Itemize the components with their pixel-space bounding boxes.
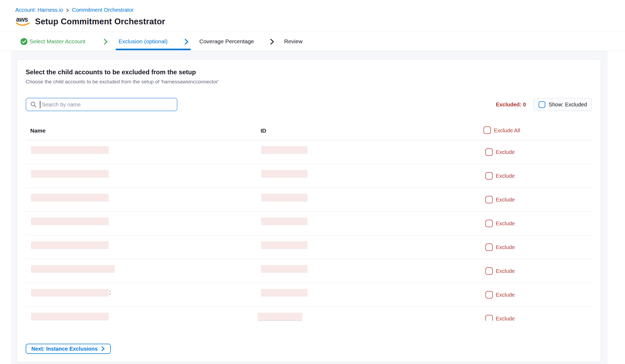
redacted-account-name bbox=[31, 289, 109, 297]
show-excluded-label: Show: Excluded bbox=[549, 102, 587, 108]
card-heading: Select the child accounts to be excluded… bbox=[26, 68, 196, 76]
chevron-right-icon bbox=[101, 346, 105, 351]
svg-text:aws: aws bbox=[16, 16, 28, 23]
breadcrumb: Account: Harness.io Commitment Orchestra… bbox=[15, 7, 134, 13]
exclude-all-label: Exclude All bbox=[494, 127, 520, 134]
next-button-label: Next: Instance Exclusions bbox=[31, 346, 98, 352]
search-field-wrap bbox=[26, 98, 177, 111]
step-completed-check-icon bbox=[20, 38, 28, 46]
account-name-suffix: ; bbox=[109, 289, 111, 295]
table-row: Exclude bbox=[26, 235, 592, 259]
exclude-checkbox[interactable] bbox=[485, 172, 493, 180]
exclude-checkbox[interactable] bbox=[485, 315, 493, 321]
exclude-checkbox[interactable] bbox=[485, 196, 493, 203]
exclude-label: Exclude bbox=[496, 244, 515, 250]
redacted-account-id bbox=[261, 241, 307, 249]
stepper-step-exclusion[interactable]: Exclusion (optional) bbox=[119, 32, 167, 51]
exclude-checkbox[interactable] bbox=[485, 291, 493, 299]
exclude-all-checkbox[interactable] bbox=[483, 126, 491, 134]
table-row: Exclude bbox=[26, 140, 592, 164]
redacted-account-name bbox=[31, 146, 109, 154]
exclude-label: Exclude bbox=[496, 268, 515, 274]
stepper-step-review[interactable]: Review bbox=[284, 32, 303, 51]
table-row: Exclude bbox=[26, 188, 592, 212]
redacted-account-id bbox=[261, 265, 307, 273]
redacted-account-name bbox=[31, 241, 109, 249]
redacted-account-name bbox=[31, 170, 109, 178]
active-step-underline bbox=[116, 49, 191, 50]
exclude-label: Exclude bbox=[496, 149, 515, 155]
exclude-label: Exclude bbox=[496, 173, 515, 179]
redacted-account-id bbox=[261, 218, 307, 225]
exclude-checkbox[interactable] bbox=[485, 148, 493, 156]
text-caret bbox=[40, 101, 40, 108]
exclusion-controls: Excluded: 0 Show: Excluded bbox=[496, 98, 592, 111]
stepper-step-select-master-account[interactable]: Select Master Account bbox=[29, 32, 85, 51]
page-body-panel: Select the child accounts to be excluded… bbox=[11, 51, 608, 364]
id-column-header: ID bbox=[261, 127, 266, 134]
excluded-count: Excluded: 0 bbox=[496, 102, 526, 108]
table-row: ;Exclude bbox=[26, 283, 592, 307]
accounts-scroll-area[interactable]: ExcludeExcludeExcludeExcludeExcludeExclu… bbox=[26, 140, 592, 321]
exclude-label: Exclude bbox=[496, 220, 515, 227]
redacted-account-id bbox=[261, 194, 307, 202]
table-row: Exclude bbox=[26, 259, 592, 283]
redacted-account-name bbox=[31, 218, 109, 225]
card-subheading: Choose the child accounts to be excluded… bbox=[26, 79, 219, 85]
aws-logo-icon: aws bbox=[15, 16, 30, 28]
exclude-label: Exclude bbox=[496, 197, 515, 203]
exclusion-card: Select the child accounts to be excluded… bbox=[17, 59, 601, 362]
table-row: Exclude bbox=[26, 164, 592, 188]
name-column-header: Name bbox=[30, 127, 45, 134]
search-input[interactable] bbox=[26, 98, 177, 111]
stepper-chevron-icon bbox=[103, 38, 108, 46]
stepper-chevron-icon bbox=[269, 38, 275, 46]
redacted-account-name bbox=[31, 265, 115, 273]
exclude-label: Exclude bbox=[496, 316, 515, 321]
table-row: Exclude bbox=[26, 212, 592, 235]
table-row: Exclude bbox=[26, 307, 592, 321]
search-icon bbox=[30, 101, 37, 108]
redacted-account-id bbox=[258, 313, 302, 321]
next-instance-exclusions-button[interactable]: Next: Instance Exclusions bbox=[26, 344, 111, 354]
redacted-account-name bbox=[31, 194, 109, 202]
exclude-checkbox[interactable] bbox=[485, 220, 493, 227]
accounts-table-header: Name ID Exclude All bbox=[26, 127, 592, 140]
breadcrumb-page-link[interactable]: Commitment Orchestrator bbox=[72, 7, 134, 13]
stepper-chevron-icon bbox=[184, 38, 189, 46]
redacted-account-id bbox=[261, 146, 307, 154]
exclude-checkbox[interactable] bbox=[485, 243, 493, 251]
redacted-account-name bbox=[31, 313, 109, 320]
setup-stepper: Select Master Account Exclusion (optiona… bbox=[0, 32, 625, 51]
breadcrumb-account-link[interactable]: Account: Harness.io bbox=[15, 7, 63, 13]
breadcrumb-chevron-icon bbox=[66, 8, 69, 12]
exclude-label: Exclude bbox=[496, 292, 515, 298]
redacted-account-id bbox=[261, 289, 307, 297]
show-excluded-toggle[interactable]: Show: Excluded bbox=[534, 98, 592, 111]
stepper-step-coverage-percentage[interactable]: Coverage Percentage bbox=[199, 32, 254, 51]
page-title: Setup Commitment Orchestrator bbox=[35, 17, 165, 26]
exclude-checkbox[interactable] bbox=[485, 267, 493, 275]
page-header: aws Setup Commitment Orchestrator bbox=[15, 16, 165, 28]
redacted-account-id bbox=[261, 170, 307, 178]
show-excluded-checkbox[interactable] bbox=[539, 101, 545, 108]
